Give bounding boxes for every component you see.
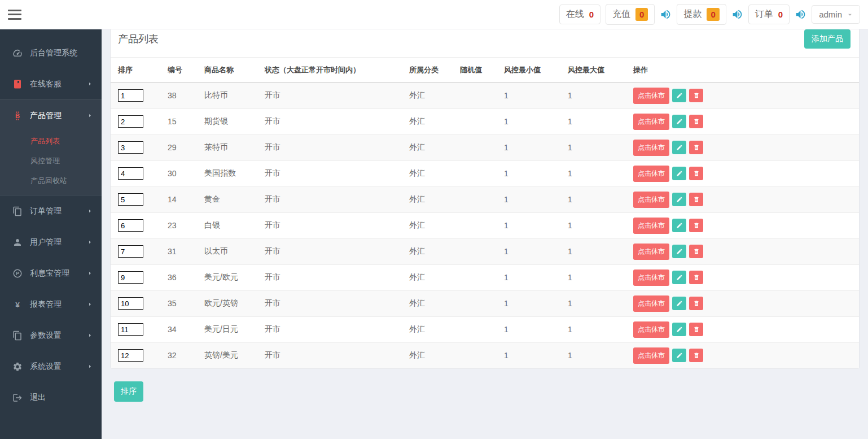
close-market-button[interactable]: 点击休市 [633,166,669,182]
edit-button[interactable] [672,297,686,310]
sidebar-subitem-product-recycle[interactable]: 产品回收站 [0,171,102,190]
edit-button[interactable] [672,323,686,336]
stat-orders[interactable]: 订单 0 [748,5,790,24]
sidebar-item-parameter-settings[interactable]: 参数设置 [0,320,102,351]
sort-order-input[interactable] [118,323,143,336]
delete-button[interactable] [689,193,703,206]
sort-order-input[interactable] [118,167,143,180]
cell-name: 美元/日元 [204,316,265,342]
sort-order-input[interactable] [118,271,143,284]
chevron-right-icon [87,81,93,86]
stat-recharge[interactable]: 充值 0 [606,4,655,25]
cell-category: 外汇 [409,316,460,342]
sidebar-item-interest-management[interactable]: 利息宝管理 [0,258,102,289]
stat-label: 订单 [755,8,773,20]
cell-risk-max: 1 [568,186,633,212]
delete-button[interactable] [689,141,703,154]
sidebar-item-report-management[interactable]: 报表管理 [0,289,102,320]
sort-order-input[interactable] [118,219,143,232]
edit-button[interactable] [672,193,686,206]
sort-order-input[interactable] [118,297,143,310]
speaker-icon[interactable] [731,8,743,20]
sidebar-subitem-product-list[interactable]: 产品列表 [0,131,102,151]
close-market-button[interactable]: 点击休市 [633,218,669,234]
edit-button[interactable] [672,115,686,128]
table-row: 30 美国指数 开市 外汇 1 1 点击休市 [111,160,859,186]
sidebar-item-system-settings[interactable]: 系统设置 [0,351,102,382]
speaker-icon[interactable] [660,8,672,20]
sidebar-item-label: 退出 [30,393,46,403]
delete-button[interactable] [689,115,703,128]
delete-button[interactable] [689,349,703,362]
sidebar-item-logout[interactable]: 退出 [0,382,102,413]
sidebar-item-user-management[interactable]: 用户管理 [0,227,102,258]
delete-button[interactable] [689,89,703,102]
cell-random [460,160,504,186]
close-market-button[interactable]: 点击休市 [633,244,669,260]
stat-withdraw[interactable]: 提款 0 [677,4,726,25]
cell-id: 38 [168,82,204,108]
sidebar-item-customer-service[interactable]: 在线客服 [0,68,102,99]
stat-count-badge: 0 [635,8,648,21]
pencil-icon [676,196,683,203]
edit-button[interactable] [672,89,686,102]
sort-order-input[interactable] [118,349,143,362]
admin-user-menu[interactable]: admin [812,5,860,24]
sort-submit-button[interactable]: 排序 [114,381,143,402]
close-market-button[interactable]: 点击休市 [633,140,669,156]
table-row: 14 黄金 开市 外汇 1 1 点击休市 [111,186,859,212]
cell-risk-max: 1 [568,134,633,160]
edit-button[interactable] [672,141,686,154]
cell-random [460,186,504,212]
sort-order-input[interactable] [118,89,143,102]
files-icon [12,330,23,341]
cell-name: 美国指数 [204,160,265,186]
cell-category: 外汇 [409,290,460,316]
cell-random [460,316,504,342]
sort-order-input[interactable] [118,193,143,206]
hamburger-menu-icon[interactable] [8,10,21,20]
sidebar-item-order-management[interactable]: 订单管理 [0,195,102,227]
chevron-right-icon [87,333,93,338]
close-market-button[interactable]: 点击休市 [633,88,669,104]
cell-risk-max: 1 [568,82,633,108]
edit-button[interactable] [672,245,686,258]
sort-order-input[interactable] [118,115,143,128]
table-row: 35 欧元/英镑 开市 外汇 1 1 点击休市 [111,290,859,316]
close-market-button[interactable]: 点击休市 [633,114,669,130]
pencil-icon [676,118,683,125]
speaker-icon[interactable] [795,8,806,20]
cell-risk-max: 1 [568,342,633,368]
table-row: 23 白银 开市 外汇 1 1 点击休市 [111,212,859,238]
edit-button[interactable] [672,271,686,284]
delete-button[interactable] [689,245,703,258]
trash-icon [693,92,700,99]
sidebar-subitem-label: 产品列表 [30,136,60,146]
close-market-button[interactable]: 点击休市 [633,347,669,364]
edit-button[interactable] [672,167,686,180]
delete-button[interactable] [689,167,703,180]
close-market-button[interactable]: 点击休市 [633,321,669,338]
cell-risk-max: 1 [568,290,633,316]
delete-button[interactable] [689,271,703,284]
close-market-button[interactable]: 点击休市 [633,295,669,312]
edit-button[interactable] [672,349,686,362]
sort-order-input[interactable] [118,245,143,258]
close-market-button[interactable]: 点击休市 [633,270,669,286]
add-product-button[interactable]: 添加产品 [804,29,851,49]
edit-button[interactable] [672,219,686,232]
sidebar-subitem-risk-management[interactable]: 风控管理 [0,151,102,171]
col-header-name: 商品名称 [204,58,265,83]
sidebar-item-dashboard[interactable]: 后台管理系统 [0,37,102,68]
sort-order-input[interactable] [118,141,143,154]
delete-button[interactable] [689,323,703,336]
sidebar-item-label: 在线客服 [30,79,62,89]
close-market-button[interactable]: 点击休市 [633,192,669,208]
delete-button[interactable] [689,219,703,232]
trash-icon [693,222,700,229]
book-icon [12,79,23,89]
delete-button[interactable] [689,297,703,310]
sidebar-item-product-management[interactable]: 产品管理 [0,100,102,131]
table-header-row: 排序 编号 商品名称 状态（大盘正常开市时间内） 所属分类 随机值 风控最小值 … [111,58,859,83]
stat-online[interactable]: 在线 0 [559,5,600,24]
